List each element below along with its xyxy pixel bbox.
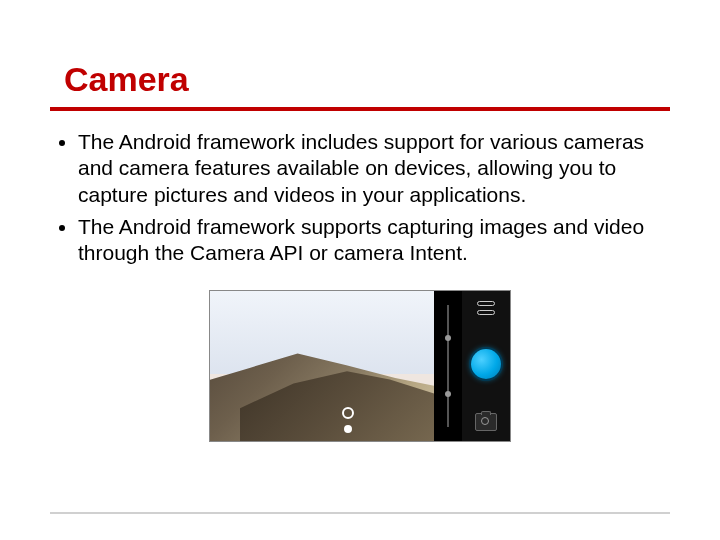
mode-indicators <box>342 407 354 433</box>
page-title: Camera <box>64 60 670 99</box>
viewfinder <box>210 291 434 441</box>
footer-rule <box>50 512 670 514</box>
bullet-item: The Android framework includes support f… <box>78 129 670 208</box>
zoom-slider-min-icon <box>445 391 451 397</box>
zoom-slider-max-icon <box>445 335 451 341</box>
camera-app-screenshot <box>209 290 511 442</box>
bullet-item: The Android framework supports capturing… <box>78 214 670 267</box>
illustration-container <box>50 290 670 442</box>
zoom-slider[interactable] <box>434 291 462 441</box>
indicator-circle-icon <box>342 407 354 419</box>
camera-controls <box>462 291 510 441</box>
indicator-dot-icon <box>344 425 352 433</box>
switch-camera-icon[interactable] <box>477 301 495 315</box>
camera-mode-icon[interactable] <box>475 413 497 431</box>
bullet-list: The Android framework includes support f… <box>56 129 670 266</box>
title-underline <box>50 107 670 111</box>
zoom-slider-track <box>447 305 449 427</box>
slide: Camera The Android framework includes su… <box>0 0 720 540</box>
shutter-button[interactable] <box>471 349 501 379</box>
